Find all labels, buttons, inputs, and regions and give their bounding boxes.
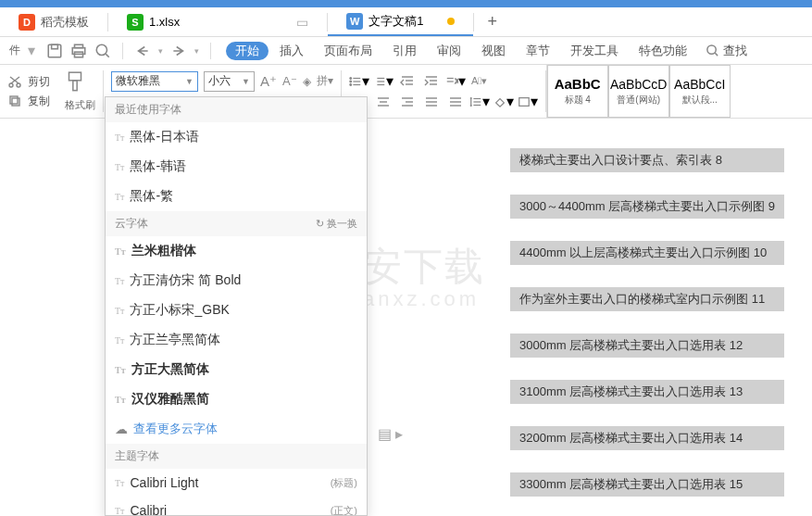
svg-text:X: X — [455, 77, 458, 83]
search-button[interactable]: 查找 — [698, 43, 755, 59]
search-label: 查找 — [723, 43, 747, 59]
redo-icon[interactable] — [170, 44, 187, 58]
copy-button[interactable]: 复制 — [7, 94, 50, 109]
font-item[interactable]: Tт方正大黑简体 — [106, 355, 367, 384]
bullets-icon[interactable]: ▾ — [349, 73, 369, 90]
font-item[interactable]: TтCalibri Light(标题) — [106, 469, 367, 497]
style-heading4[interactable]: AaBbC 标题 4 — [547, 65, 608, 118]
font-item[interactable]: TтCalibri(正文) — [106, 497, 367, 516]
font-item[interactable]: Tт黑体-日本语 — [106, 122, 367, 152]
borders-icon[interactable]: ▾ — [518, 94, 538, 110]
recent-fonts-header: 最近使用字体 — [106, 97, 367, 122]
svg-point-19 — [350, 81, 352, 82]
ribbon-tab-layout[interactable]: 页面布局 — [315, 37, 381, 64]
font-item[interactable]: Tт兰米粗楷体 — [106, 236, 367, 266]
outdent-icon[interactable] — [397, 73, 418, 90]
swap-cloud-fonts[interactable]: ↻ 换一换 — [316, 217, 357, 231]
font-item[interactable]: Tт黑体-繁 — [106, 182, 367, 211]
ribbon-tabs: 件 ▾ ▾ ▾ 开始 插入 页面布局 引用 审阅 视图 章节 开发工具 特色功能… — [0, 37, 812, 65]
increase-font-icon[interactable]: A⁺ — [260, 73, 277, 90]
font-dropdown-panel: 最近使用字体 Tт黑体-日本语 Tт黑体-韩语 Tт黑体-繁 云字体 ↻ 换一换… — [105, 96, 368, 516]
font-item[interactable]: Tт汉仪雅酷黑简 — [106, 384, 367, 414]
font-family-select[interactable]: 微软雅黑▼ — [111, 71, 198, 92]
print-icon[interactable] — [70, 44, 87, 58]
format-painter-button[interactable]: 格式刷 — [57, 65, 103, 118]
svg-point-21 — [350, 83, 352, 85]
spreadsheet-icon: S — [127, 14, 144, 31]
cut-button[interactable]: 剪切 — [7, 74, 50, 90]
style-gallery: AaBbC 标题 4 AaBbCcD 普通(网站) AaBbCcI 默认段... — [546, 65, 731, 118]
indent-icon[interactable] — [421, 73, 442, 90]
tab-docer[interactable]: D 稻壳模板 — [0, 7, 107, 36]
font-size-select[interactable]: 小六▼ — [204, 71, 255, 92]
svg-rect-53 — [518, 97, 529, 106]
font-item[interactable]: Tт方正小标宋_GBK — [106, 296, 367, 325]
tab-bar: D 稻壳模板 S 1.xlsx ▭ W 文字文稿1 + — [0, 7, 812, 37]
doc-line[interactable]: 3000～4400mm 层高楼梯式主要出入口示例图 9 — [510, 195, 784, 219]
svg-point-5 — [96, 44, 106, 55]
ribbon-tab-insert[interactable]: 插入 — [270, 37, 313, 64]
align-justify-icon[interactable] — [421, 94, 442, 110]
svg-line-6 — [106, 54, 108, 57]
tab-label: 稻壳模板 — [41, 14, 89, 31]
document-content: 楼梯式主要出入口设计要点、索引表 8 3000～4400mm 层高楼梯式主要出入… — [510, 148, 784, 497]
ribbon-tab-view[interactable]: 视图 — [472, 37, 515, 64]
char-combine-icon[interactable]: Aͨ▾ — [469, 73, 490, 90]
font-item[interactable]: Tт黑体-韩语 — [106, 152, 367, 182]
page-gutter-icon: ▤ ▸ — [378, 425, 403, 443]
shading-icon[interactable]: ▾ — [493, 94, 514, 110]
new-tab-button[interactable]: + — [474, 12, 510, 31]
svg-rect-13 — [10, 96, 18, 104]
doc-line[interactable]: 作为室外主要出入口的楼梯式室内口示例图 11 — [510, 287, 784, 311]
tab-label: 文字文稿1 — [369, 13, 423, 30]
font-item[interactable]: Tт方正兰亭黑简体 — [106, 325, 367, 355]
numbering-icon[interactable]: ▾ — [373, 73, 394, 90]
svg-rect-14 — [12, 98, 19, 106]
preview-icon[interactable] — [94, 44, 111, 58]
ribbon-tab-dev[interactable]: 开发工具 — [561, 37, 628, 64]
line-spacing-icon[interactable]: ▾ — [469, 94, 490, 110]
cloud-fonts-header: 云字体 ↻ 换一换 — [106, 211, 367, 236]
save-icon[interactable] — [46, 44, 63, 58]
cloud-icon: ☁ — [115, 422, 128, 436]
font-item[interactable]: Tт方正清仿宋 简 Bold — [106, 266, 367, 296]
align-right-icon[interactable] — [397, 94, 418, 110]
svg-point-9 — [9, 83, 13, 87]
docer-icon: D — [19, 14, 35, 31]
decrease-font-icon[interactable]: A⁻ — [282, 74, 297, 88]
ribbon-tab-chapter[interactable]: 章节 — [517, 37, 559, 64]
svg-point-10 — [17, 83, 20, 87]
svg-rect-0 — [48, 44, 61, 57]
tab-writer[interactable]: W 文字文稿1 — [328, 7, 473, 36]
ribbon-tab-special[interactable]: 特色功能 — [630, 37, 696, 64]
ribbon-tab-review[interactable]: 审阅 — [428, 37, 470, 64]
distribute-icon[interactable] — [445, 94, 466, 110]
undo-icon[interactable] — [134, 44, 151, 58]
svg-rect-15 — [69, 72, 81, 81]
tab-label: 1.xlsx — [149, 15, 180, 29]
doc-line[interactable]: 楼梯式主要出入口设计要点、索引表 8 — [510, 148, 784, 172]
doc-line[interactable]: 4400mm 以上层高楼梯式主要出入口示例图 10 — [510, 241, 784, 265]
modified-indicator-icon — [447, 18, 455, 25]
text-direction-icon[interactable]: X▾ — [445, 73, 466, 90]
phonetic-icon[interactable]: 拼▾ — [317, 73, 333, 89]
svg-line-8 — [715, 53, 718, 56]
svg-point-7 — [707, 45, 716, 54]
present-icon[interactable]: ▭ — [296, 15, 308, 30]
clear-format-icon[interactable]: ◈ — [303, 75, 311, 88]
style-default-para[interactable]: AaBbCcI 默认段... — [669, 65, 731, 118]
tab-spreadsheet[interactable]: S 1.xlsx ▭ — [108, 7, 327, 36]
writer-icon: W — [346, 13, 363, 30]
style-normal-web[interactable]: AaBbCcD 普通(网站) — [608, 65, 669, 118]
file-menu[interactable]: 件 — [4, 43, 26, 58]
doc-line[interactable]: 3100mm 层高楼梯式主要出入口选用表 13 — [510, 380, 784, 404]
ribbon-tab-start[interactable]: 开始 — [226, 42, 269, 60]
doc-line[interactable]: 3000mm 层高楼梯式主要出入口选用表 12 — [510, 334, 784, 358]
ribbon-tab-ref[interactable]: 引用 — [383, 37, 426, 64]
svg-rect-16 — [73, 81, 77, 91]
svg-point-17 — [350, 77, 352, 79]
more-cloud-fonts[interactable]: ☁查看更多云字体 — [106, 414, 367, 444]
doc-line[interactable]: 3300mm 层高楼梯式主要出入口选用表 15 — [510, 472, 784, 497]
align-center-icon[interactable] — [373, 94, 394, 110]
doc-line[interactable]: 3200mm 层高楼梯式主要出入口选用表 14 — [510, 426, 784, 450]
